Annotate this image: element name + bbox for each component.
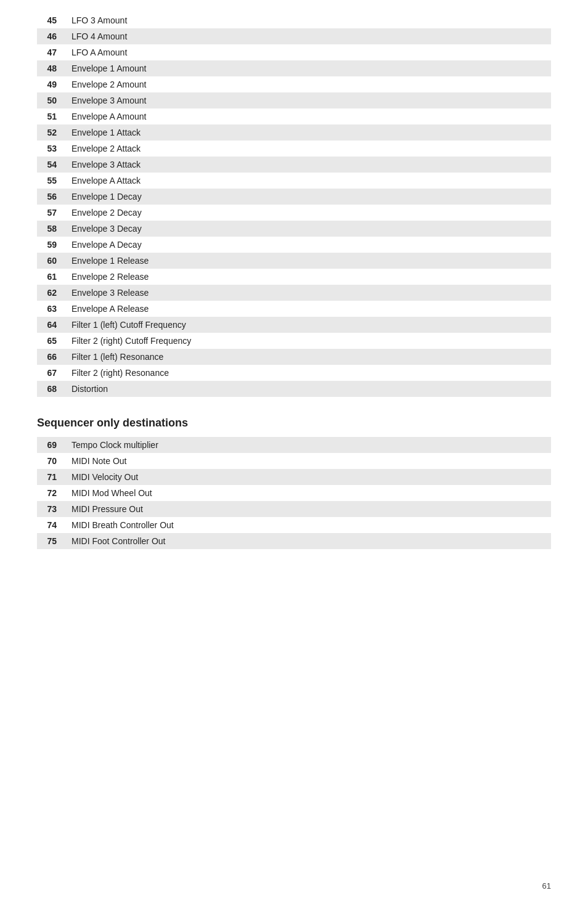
table-row: 60 Envelope 1 Release [37,253,551,269]
row-label: Envelope 1 Decay [67,189,551,205]
row-label: LFO 4 Amount [67,28,551,44]
table-row: 68 Distortion [37,381,551,397]
row-label: Envelope A Amount [67,108,551,124]
row-number: 69 [37,437,67,453]
row-number: 45 [37,12,67,28]
table-row: 49 Envelope 2 Amount [37,76,551,92]
row-label: Filter 2 (right) Cutoff Frequency [67,333,551,349]
row-number: 75 [37,533,67,549]
row-label: MIDI Foot Controller Out [67,533,551,549]
row-number: 68 [37,381,67,397]
table-row: 70 MIDI Note Out [37,453,551,469]
row-label: Envelope A Attack [67,173,551,189]
row-number: 63 [37,301,67,317]
table-row: 73 MIDI Pressure Out [37,501,551,517]
row-label: Envelope 2 Decay [67,205,551,221]
main-table: 45 LFO 3 Amount 46 LFO 4 Amount 47 LFO A… [37,12,551,397]
table-row: 65 Filter 2 (right) Cutoff Frequency [37,333,551,349]
row-number: 52 [37,124,67,141]
row-number: 70 [37,453,67,469]
row-number: 61 [37,269,67,285]
table-row: 53 Envelope 2 Attack [37,141,551,157]
row-number: 59 [37,237,67,253]
table-row: 54 Envelope 3 Attack [37,157,551,173]
table-row: 64 Filter 1 (left) Cutoff Frequency [37,317,551,333]
row-number: 54 [37,157,67,173]
table-row: 75 MIDI Foot Controller Out [37,533,551,549]
table-row: 45 LFO 3 Amount [37,12,551,28]
row-number: 46 [37,28,67,44]
table-row: 62 Envelope 3 Release [37,285,551,301]
row-number: 51 [37,108,67,124]
row-number: 67 [37,365,67,381]
table-row: 72 MIDI Mod Wheel Out [37,485,551,501]
row-number: 49 [37,76,67,92]
table-row: 47 LFO A Amount [37,44,551,60]
section-heading: Sequencer only destinations [37,417,551,430]
sequencer-section: Sequencer only destinations 69 Tempo Clo… [37,417,551,549]
row-label: Envelope 3 Amount [67,92,551,108]
table-row: 52 Envelope 1 Attack [37,124,551,141]
row-label: Filter 2 (right) Resonance [67,365,551,381]
table-row: 59 Envelope A Decay [37,237,551,253]
row-label: Envelope 1 Amount [67,60,551,76]
row-label: LFO 3 Amount [67,12,551,28]
row-label: MIDI Pressure Out [67,501,551,517]
table-row: 56 Envelope 1 Decay [37,189,551,205]
row-label: Filter 1 (left) Resonance [67,349,551,365]
row-label: Envelope 1 Attack [67,124,551,141]
row-number: 57 [37,205,67,221]
row-label: MIDI Mod Wheel Out [67,485,551,501]
row-label: Filter 1 (left) Cutoff Frequency [67,317,551,333]
row-number: 58 [37,221,67,237]
row-label: Envelope A Decay [67,237,551,253]
row-number: 66 [37,349,67,365]
table-row: 61 Envelope 2 Release [37,269,551,285]
row-label: MIDI Breath Controller Out [67,517,551,533]
row-label: MIDI Velocity Out [67,469,551,485]
table-row: 48 Envelope 1 Amount [37,60,551,76]
row-label: Envelope 3 Release [67,285,551,301]
row-number: 56 [37,189,67,205]
row-label: Envelope 2 Amount [67,76,551,92]
row-label: Distortion [67,381,551,397]
row-label: Envelope 2 Release [67,269,551,285]
row-label: MIDI Note Out [67,453,551,469]
row-number: 72 [37,485,67,501]
row-number: 62 [37,285,67,301]
table-row: 50 Envelope 3 Amount [37,92,551,108]
row-number: 47 [37,44,67,60]
table-row: 57 Envelope 2 Decay [37,205,551,221]
row-number: 53 [37,141,67,157]
row-label: LFO A Amount [67,44,551,60]
row-number: 60 [37,253,67,269]
table-row: 51 Envelope A Amount [37,108,551,124]
table-row: 74 MIDI Breath Controller Out [37,517,551,533]
table-row: 71 MIDI Velocity Out [37,469,551,485]
table-row: 55 Envelope A Attack [37,173,551,189]
row-label: Envelope A Release [67,301,551,317]
table-row: 69 Tempo Clock multiplier [37,437,551,453]
sequencer-table: 69 Tempo Clock multiplier 70 MIDI Note O… [37,437,551,549]
row-number: 73 [37,501,67,517]
row-label: Envelope 1 Release [67,253,551,269]
row-label: Envelope 2 Attack [67,141,551,157]
table-row: 58 Envelope 3 Decay [37,221,551,237]
row-number: 65 [37,333,67,349]
row-number: 55 [37,173,67,189]
table-row: 46 LFO 4 Amount [37,28,551,44]
row-number: 64 [37,317,67,333]
table-row: 66 Filter 1 (left) Resonance [37,349,551,365]
row-label: Envelope 3 Attack [67,157,551,173]
row-number: 50 [37,92,67,108]
row-number: 48 [37,60,67,76]
row-number: 71 [37,469,67,485]
row-label: Envelope 3 Decay [67,221,551,237]
row-label: Tempo Clock multiplier [67,437,551,453]
table-row: 63 Envelope A Release [37,301,551,317]
table-row: 67 Filter 2 (right) Resonance [37,365,551,381]
page-number: 61 [542,881,551,891]
main-table-section: 45 LFO 3 Amount 46 LFO 4 Amount 47 LFO A… [37,12,551,397]
row-number: 74 [37,517,67,533]
